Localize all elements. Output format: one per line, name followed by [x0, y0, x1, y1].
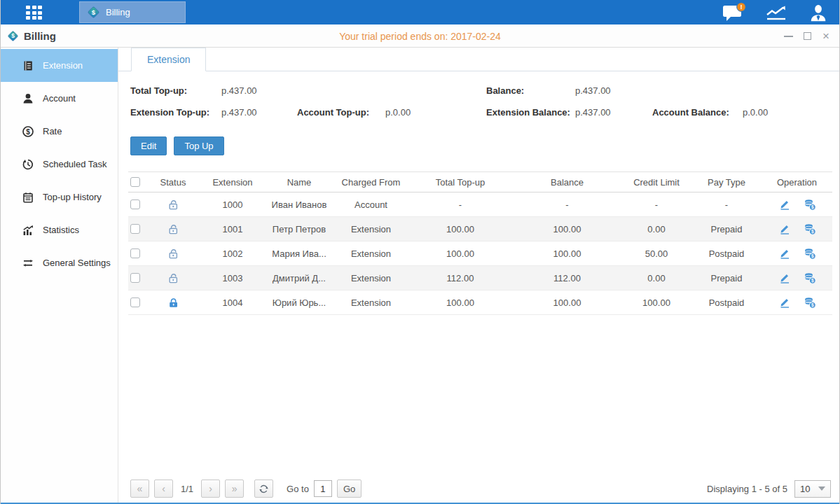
toolbar: Edit Top Up	[130, 136, 224, 155]
cell-balance: 100.00	[513, 248, 621, 259]
col-name: Name	[264, 177, 334, 188]
row-checkbox[interactable]	[130, 200, 140, 209]
topup-coins-icon[interactable]: $	[804, 223, 816, 235]
cell-name: Петр Петров	[264, 224, 334, 234]
svg-text:$: $	[26, 127, 30, 135]
row-checkbox[interactable]	[130, 298, 140, 307]
minimize-button[interactable]	[782, 30, 794, 43]
refresh-button[interactable]	[254, 479, 273, 498]
sidebar-item-label: General Settings	[43, 258, 111, 268]
cell-balance: 100.00	[513, 298, 621, 308]
sidebar-item-statistics[interactable]: Statistics	[1, 214, 118, 246]
next-page-button[interactable]: ›	[201, 479, 220, 498]
clock-icon	[22, 158, 34, 171]
cell-balance: 100.00	[513, 224, 621, 234]
svg-text:$: $	[811, 278, 813, 284]
total-topup-value: p.437.00	[221, 85, 257, 96]
row-checkbox[interactable]	[130, 273, 140, 283]
goto-page-input[interactable]	[314, 480, 332, 497]
cell-pay-type: Prepaid	[691, 224, 762, 234]
page-size-select[interactable]: 10	[794, 480, 831, 498]
extension-topup-label: Extension Top-up:	[130, 107, 209, 118]
row-checkbox[interactable]	[130, 248, 140, 258]
row-checkbox[interactable]	[130, 224, 140, 234]
cell-credit-limit: 100.00	[621, 298, 691, 308]
extension-topup-value: p.437.00	[221, 107, 257, 118]
cell-total-topup: 100.00	[408, 224, 513, 234]
goto-label: Go to	[287, 484, 309, 494]
edit-icon[interactable]	[778, 272, 791, 284]
trial-notice: Your trial period ends on: 2017-02-24	[1, 24, 839, 48]
book-icon	[22, 59, 34, 72]
lock-closed-icon	[145, 297, 201, 309]
cell-credit-limit: -	[621, 200, 691, 210]
cell-charged-from: Extension	[334, 224, 408, 234]
table-row-extension-1001: 1001Петр ПетровExtension100.00100.000.00…	[128, 217, 832, 241]
svg-text:$: $	[92, 8, 96, 16]
sidebar-item-label: Top-up History	[43, 192, 102, 202]
table-row-extension-1000: 1000Иван ИвановAccount----$	[128, 192, 832, 217]
last-page-button[interactable]: »	[225, 479, 244, 498]
edit-icon[interactable]	[778, 247, 791, 260]
topup-coins-icon[interactable]: $	[804, 296, 816, 309]
close-button[interactable]: ×	[820, 30, 832, 43]
cell-extension: 1004	[201, 298, 264, 308]
billing-diamond-icon: $	[87, 6, 100, 19]
cell-pay-type: Prepaid	[691, 273, 762, 284]
user-account-icon[interactable]	[797, 0, 839, 24]
cell-credit-limit: 0.00	[621, 224, 691, 234]
table-header-row: Status Extension Name Charged From Total…	[128, 172, 832, 192]
prev-page-button[interactable]: ‹	[154, 479, 173, 498]
topup-coins-icon[interactable]: $	[804, 198, 816, 211]
extension-table: Status Extension Name Charged From Total…	[128, 172, 832, 315]
displaying-status: Displaying 1 - 5 of 5	[707, 484, 787, 494]
chevron-down-icon	[818, 486, 825, 491]
tab-extension[interactable]: Extension	[131, 48, 206, 71]
select-all-checkbox[interactable]	[130, 177, 140, 187]
cell-credit-limit: 50.00	[621, 248, 691, 259]
col-charged-from: Charged From	[334, 177, 408, 188]
cell-total-topup: 100.00	[408, 248, 513, 259]
page-indicator: 1/1	[178, 484, 196, 494]
cell-extension: 1000	[201, 200, 264, 210]
col-pay-type: Pay Type	[691, 177, 762, 188]
sidebar-item-extension[interactable]: Extension	[1, 49, 118, 82]
user-icon	[22, 92, 34, 105]
topup-coins-icon[interactable]: $	[804, 247, 816, 260]
sidebar-item-rate[interactable]: $Rate	[1, 115, 118, 148]
edit-icon[interactable]	[778, 223, 791, 235]
table-row-extension-1004: 1004Юрий Юрь...Extension100.00100.00100.…	[128, 290, 832, 315]
first-page-button[interactable]: «	[130, 479, 149, 498]
window-title-bar: Your trial period ends on: 2017-02-24 $ …	[1, 24, 839, 48]
sidebar-item-account[interactable]: Account	[1, 82, 118, 115]
sidebar-item-label: Account	[43, 93, 76, 104]
table-row-extension-1003: 1003Дмитрий Д...Extension112.00112.000.0…	[128, 266, 832, 290]
maximize-button[interactable]	[801, 30, 813, 43]
account-balance-value: p.0.00	[743, 107, 768, 118]
svg-text:$: $	[11, 32, 15, 39]
edit-icon[interactable]	[778, 198, 791, 211]
edit-button[interactable]: Edit	[130, 136, 167, 155]
topup-coins-icon[interactable]: $	[804, 272, 816, 284]
cell-pay-type: -	[691, 200, 762, 210]
extension-balance-label: Extension Balance:	[486, 107, 570, 118]
edit-icon[interactable]	[778, 296, 791, 309]
statistics-chart-icon[interactable]	[755, 0, 797, 24]
svg-text:$: $	[811, 229, 813, 234]
cell-charged-from: Extension	[334, 298, 408, 308]
lock-open-icon	[145, 272, 201, 284]
messages-icon[interactable]: !	[713, 0, 755, 24]
sidebar-item-label: Rate	[43, 126, 62, 136]
topup-button[interactable]: Top Up	[174, 136, 223, 155]
sidebar-item-general-settings[interactable]: General Settings	[1, 246, 118, 279]
balance-label: Balance:	[486, 85, 524, 96]
lock-open-icon	[145, 248, 201, 260]
sidebar-item-scheduled-task[interactable]: Scheduled Task	[1, 148, 118, 181]
app-grid-icon[interactable]	[26, 6, 48, 20]
extension-balance-value: p.437.00	[575, 107, 611, 118]
go-button[interactable]: Go	[337, 479, 362, 498]
sidebar-item-label: Scheduled Task	[43, 159, 107, 169]
sidebar-item-top-up-history[interactable]: Top-up History	[1, 181, 118, 214]
account-topup-label: Account Top-up:	[297, 107, 369, 118]
topbar-tab-billing[interactable]: $ Billing	[79, 1, 186, 23]
